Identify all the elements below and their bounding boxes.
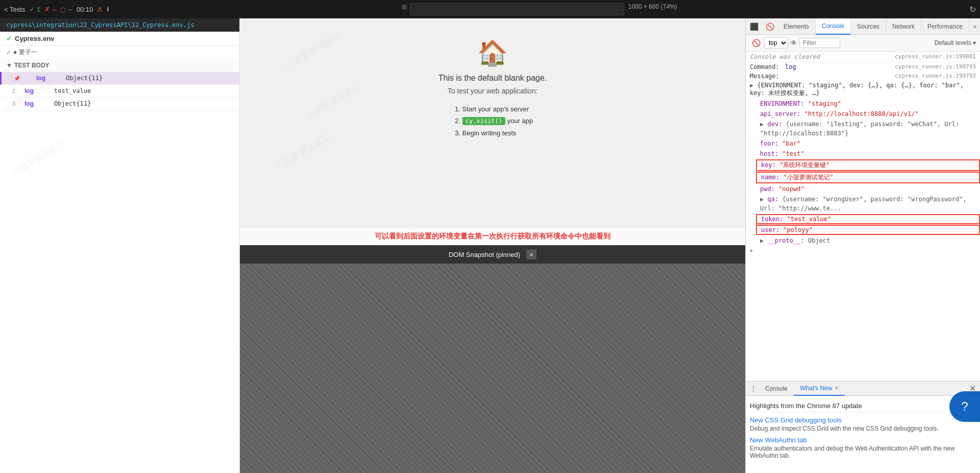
row-num-2: 2 [12,88,20,94]
context-select[interactable]: top [764,37,788,49]
console-object-expanded: ENVIRONMENT: "staging" api_server: "http… [746,99,980,246]
console-command-row: Command: log cypress_runner.js:199793 [746,62,980,72]
target-icon: ◎ [402,3,407,15]
default-levels-select[interactable]: Default levels ▾ [935,39,976,46]
console-obj-preview: ▶ {ENVIRONMENT: "staging", dev: {…}, qa:… [746,81,980,99]
val-1: Object{11} [66,75,103,82]
url-bar[interactable] [410,3,624,15]
test-row-3[interactable]: 3 log Object{11} [0,98,239,110]
qa-expand-arrow[interactable]: ▶ [760,196,764,203]
console-cleared-msg: Console was cleared [750,53,820,60]
cmd-2: log [24,87,50,94]
val-3: Object{11} [54,100,91,107]
spec-title: Cypress.env [15,35,54,42]
dom-snapshot-close-button[interactable]: × [526,249,536,259]
tab-whats-new[interactable]: What's New ✕ [794,382,845,396]
whats-new-close[interactable]: ✕ [835,385,839,391]
val-2: test_value [54,87,91,94]
console-close-arrow[interactable]: ▸ [746,246,980,255]
tab-elements[interactable]: Elements [777,18,816,35]
bottom-content: Highlights from the Chrome 87 update New… [746,396,980,473]
tab-sources[interactable]: Sources [851,18,886,35]
dom-snapshot-bar: DOM Snapshot (pinned) × [240,245,745,264]
info-icon: ℹ [107,6,109,13]
tab-console[interactable]: Console [816,18,851,35]
proto-expand-arrow[interactable]: ▶ [760,237,764,244]
console-message-row: Message: cypress_runner.js:199793 [746,72,980,81]
help-button[interactable]: ? [949,391,980,422]
back-button[interactable]: < Tests [4,6,25,13]
tab-more[interactable]: » [969,23,980,30]
snapshot-area [240,264,745,473]
console-link-2[interactable]: cypress_runner.js:199793 [895,63,976,70]
expand-arrow-main[interactable]: ▶ [750,82,753,89]
test-row-1[interactable]: 📌 log Object{11} [0,72,239,85]
console-message-label: Message: [750,73,779,80]
console-line-name: name: "小菠萝测试笔记" [756,172,980,183]
feature-1-title[interactable]: New CSS Grid debugging tools [750,416,976,424]
spec-name: ✓ Cypress.env [0,32,239,46]
main-layout: cypress\integration\22_CypressAPI\12_Cyp… [0,18,980,473]
console-cleared-row: Console was cleared cypress_runner.js:19… [746,52,980,62]
list-item-1: Start your app's server [462,103,533,115]
page-list: Start your app's server cy.visit() your … [452,103,533,139]
clear-console-button[interactable]: 🚫 [750,37,762,49]
devtools-clear-icon[interactable]: 🚫 [763,22,777,31]
test-body-header: ▼ TEST BODY [0,59,239,72]
triangle-icon: ▼ [6,62,12,69]
pin-icon: 📌 [14,76,20,81]
console-link-3[interactable]: cypress_runner.js:199793 [895,73,976,80]
page-subtitle: To test your web application: [448,87,538,95]
filter-input[interactable] [799,38,840,48]
tab-network[interactable]: Network [886,18,921,35]
row-num-3: 3 [12,101,20,107]
cmd-3: log [24,100,50,107]
console-line-env: ENVIRONMENT: "staging" [756,99,980,109]
console-line-foor: foor: "bar" [756,138,980,149]
browser-viewport: 🏠 This is the default blank page. To tes… [240,18,745,228]
skip-count: ◌ -- [60,6,72,13]
console-content: Console was cleared cypress_runner.js:19… [746,52,980,381]
feature-1: New CSS Grid debugging tools Debug and i… [750,416,976,432]
page-content: 🏠 This is the default blank page. To tes… [240,18,745,149]
cy-visit-btn: cy.visit() [462,117,505,125]
console-link-1[interactable]: cypress_runner.js:199801 [895,53,976,60]
fail-count: ✗ -- [44,6,56,13]
cypress-panel: cypress\integration\22_CypressAPI\12_Cyp… [0,18,240,473]
reload-button[interactable]: ↻ [969,5,976,14]
list-item-3: Begin writing tests [462,127,533,139]
bottom-menu-icon[interactable]: ⋮ [750,385,757,393]
devtools-dock-icon[interactable]: ⬛ [746,22,763,31]
top-bar: < Tests ✓ 1 ✗ -- ◌ -- 00:10 ⚠ ℹ ◎ 1000 ×… [0,0,980,18]
feature-1-desc: Debug and inspect CSS Grid with the new … [750,425,976,432]
feature-2-title[interactable]: New WebAuthn tab [750,436,976,444]
console-toolbar: 🚫 top 👁 Default levels ▾ [746,35,980,52]
spec-check-icon: ✓ [6,35,12,42]
console-line-dev: ▶ dev: {username: "iTesting", password: … [756,119,980,138]
console-obj-preview-text: {ENVIRONMENT: "staging", dev: {…}, qa: {… [750,82,964,97]
tab-console-bottom[interactable]: Console [759,382,794,396]
top-bar-center: ◎ 1000 × 660 (74%) [113,3,965,15]
test-row-2[interactable]: 2 log test_value [0,85,239,98]
eye-button[interactable]: 👁 [790,39,797,47]
feature-2: New WebAuthn tab Emulate authenticators … [750,436,976,459]
console-line-user: user: "poloyy" [756,225,980,235]
dom-snapshot-label: DOM Snapshot (pinned) [449,251,520,258]
console-line-pwd: pwd: "nopwd" [756,184,980,194]
devtools-panel: ⬛ 🚫 Elements Console Sources Network Per… [745,18,980,473]
console-line-qa: ▶ qa: {username: "wrongUser", password: … [756,194,980,214]
child-label: ✓ ● 要子一 [0,46,239,59]
console-line-proto: ▶ __proto__: Object [756,235,980,246]
pass-count: ✓ 1 [29,6,40,13]
console-line-key: key: "系统环境变量键" [756,159,980,171]
house-icon: 🏠 [477,39,508,67]
top-bar-right: ↻ [969,5,976,14]
dev-expand-arrow[interactable]: ▶ [760,121,764,128]
test-tree: ✓ ● 要子一 ▼ TEST BODY 📌 log Object{11} 2 l… [0,46,239,473]
page-title: This is the default blank page. [438,74,547,83]
tab-performance[interactable]: Performance [921,18,969,35]
cmd-1: log [36,75,62,82]
console-line-token: token: "test_value" [756,214,980,224]
list-item-2-text: your app [507,117,533,125]
console-line-api: api_server: "http://localhost:8888/api/v… [756,109,980,119]
